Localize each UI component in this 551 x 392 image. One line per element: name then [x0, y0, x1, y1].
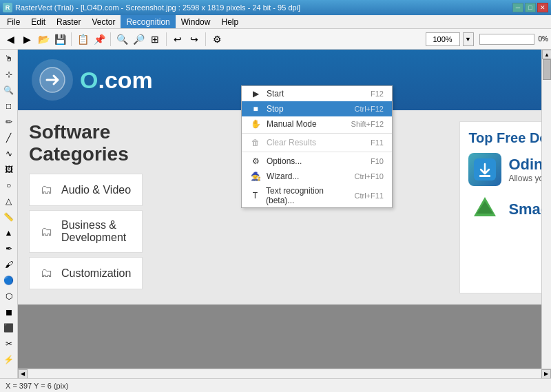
tool-zoom[interactable]: 🔍	[1, 83, 17, 98]
menu-sep1	[242, 133, 392, 134]
menu-item-stop[interactable]: ■ Stop Ctrl+F12	[242, 101, 392, 116]
category-label-1: Audio & Video	[61, 184, 131, 196]
menu-file[interactable]: File	[1, 15, 25, 28]
category-customization: 🗂 Customization	[29, 257, 143, 289]
tb-save[interactable]: 💾	[52, 32, 67, 47]
menu-item-manual[interactable]: ✋ Manual Mode Shift+F12	[242, 116, 392, 132]
tb-sep4	[205, 32, 206, 46]
logo-arrow-icon	[39, 66, 66, 94]
logo-lo4d: O	[80, 67, 98, 93]
scroll-left-arrow[interactable]: ◀	[18, 369, 28, 379]
stop-icon: ■	[250, 103, 261, 114]
app-odin3-name: Odin3	[508, 156, 541, 174]
scroll-thumb[interactable]	[543, 59, 551, 80]
manual-shortcut: Shift+F12	[351, 120, 384, 128]
app-icon: R	[3, 3, 12, 12]
zoom-dropdown[interactable]: ▼	[463, 32, 474, 46]
tool-brush[interactable]: 🖌	[1, 257, 17, 272]
logo-circle	[32, 59, 73, 101]
maximize-button[interactable]: □	[525, 3, 536, 12]
logo-dotcom: .com	[98, 67, 152, 93]
tool-line[interactable]: ╱	[1, 130, 17, 145]
tb-fit[interactable]: ⊞	[147, 32, 163, 47]
tool-image[interactable]: 🖼	[1, 162, 17, 177]
app-body: 🖱 ⊹ 🔍 □ ✏ ╱ ∿ 🖼 ○ △ 📏 ▲ ✒ 🖌 🔵 ⬡ ◼ ⬛ ✂ ⚡	[0, 50, 551, 378]
categories-title: Software Categories	[29, 121, 143, 165]
tool-lightning[interactable]: ⚡	[1, 352, 17, 367]
category-business: 🗂 Business & Development	[29, 210, 143, 253]
menu-help[interactable]: Help	[216, 15, 244, 28]
app-odin3-icon	[468, 153, 501, 186]
menu-item-text-recognition[interactable]: T Text recognition (beta)... Ctrl+F11	[242, 184, 392, 207]
menu-vector[interactable]: Vector	[86, 15, 121, 28]
tool-hex[interactable]: ⬡	[1, 289, 17, 304]
tb-settings[interactable]: ⚙	[209, 32, 225, 47]
menu-item-options[interactable]: ⚙ Options... F10	[242, 154, 392, 169]
tool-curve[interactable]: ∿	[1, 146, 17, 161]
tool-rect[interactable]: □	[1, 99, 17, 114]
tb-copy[interactable]: 📋	[75, 32, 90, 47]
window-title: RasterVect (Trial) - [LO4D.com - Screens…	[15, 3, 300, 12]
tool-fill[interactable]: ▲	[1, 225, 17, 240]
menu-window[interactable]: Window	[176, 15, 216, 28]
smadav-info: SmadAV	[508, 200, 541, 218]
tb-redo[interactable]: ↪	[187, 32, 202, 47]
tool-pencil[interactable]: ✏	[1, 114, 17, 130]
options-shortcut: F10	[371, 157, 384, 165]
smadav-logo-icon	[470, 194, 500, 225]
toolbar: ◀ ▶ 📂 💾 📋 📌 🔍 🔎 ⊞ ↩ ↪ ⚙ ▼ 0%	[0, 29, 551, 50]
smadav-name: SmadAV	[508, 200, 541, 218]
right-section-title: Top Free Dow	[468, 130, 541, 146]
left-sidebar: 🖱 ⊹ 🔍 □ ✏ ╱ ∿ 🖼 ○ △ 📏 ▲ ✒ 🖌 🔵 ⬡ ◼ ⬛ ✂ ⚡	[0, 50, 18, 378]
scroll-right-arrow[interactable]: ▶	[541, 369, 551, 379]
tool-square[interactable]: ◼	[1, 305, 17, 320]
options-icon: ⚙	[250, 156, 261, 167]
tool-select[interactable]: ⊹	[1, 67, 17, 82]
clear-shortcut: F11	[371, 138, 384, 147]
tool-measure[interactable]: 📏	[1, 209, 17, 225]
app-odin3-desc: Allows you	[508, 174, 541, 183]
right-section: Top Free Dow	[459, 121, 541, 293]
wizard-label: Wizard...	[267, 172, 299, 181]
menu-item-start[interactable]: ▶ Start F12	[242, 86, 392, 101]
app-odin3: Odin3 Allows you	[468, 153, 541, 186]
tb-open[interactable]: 📂	[36, 32, 51, 47]
folder-icon-3: 🗂	[41, 266, 53, 280]
tool-black[interactable]: ⬛	[1, 320, 17, 336]
h-scrollbar[interactable]: ◀ ▶	[18, 369, 551, 378]
title-bar: R RasterVect (Trial) - [LO4D.com - Scree…	[0, 0, 551, 15]
zoom-input[interactable]	[426, 32, 460, 46]
wizard-icon: 🧙	[250, 171, 261, 182]
minimize-button[interactable]: ─	[512, 3, 523, 12]
tool-cut[interactable]: ✂	[1, 336, 17, 351]
zoom-controls: ▼ 0%	[426, 32, 548, 46]
scroll-up-arrow[interactable]: ▲	[542, 50, 551, 59]
menu-raster[interactable]: Raster	[51, 15, 86, 28]
tool-poly[interactable]: △	[1, 194, 17, 209]
menu-edit[interactable]: Edit	[25, 15, 51, 28]
tb-paste[interactable]: 📌	[92, 32, 107, 47]
close-button[interactable]: ✕	[537, 3, 548, 12]
clear-label: Clear Results	[267, 138, 316, 147]
menu-item-wizard[interactable]: 🧙 Wizard... Ctrl+F10	[242, 169, 392, 184]
tb-back[interactable]: ◀	[3, 32, 18, 47]
start-label: Start	[267, 89, 284, 99]
tool-pointer[interactable]: 🖱	[1, 51, 17, 66]
category-label-3: Customization	[61, 267, 131, 280]
manual-label: Manual Mode	[267, 119, 317, 129]
wizard-shortcut: Ctrl+F10	[355, 172, 384, 180]
categories-section: Software Categories 🗂 Audio & Video 🗂 Bu…	[29, 121, 143, 293]
tb-fwd[interactable]: ▶	[19, 32, 34, 47]
tool-pen[interactable]: ✒	[1, 241, 17, 256]
tb-zoom-out[interactable]: 🔎	[131, 32, 146, 47]
tool-circle[interactable]: ○	[1, 178, 17, 193]
tb-zoom-in[interactable]: 🔍	[114, 32, 129, 47]
status-bar: X = 397 Y = 6 (pix)	[0, 378, 551, 392]
tool-color[interactable]: 🔵	[1, 273, 17, 288]
coord-status: X = 397 Y = 6 (pix)	[6, 382, 68, 390]
app-window: R RasterVect (Trial) - [LO4D.com - Scree…	[0, 0, 551, 378]
menu-recognition[interactable]: Recognition	[121, 15, 175, 28]
menu-item-clear[interactable]: 🗑 Clear Results F11	[242, 135, 392, 150]
v-scrollbar[interactable]: ▲ ▼	[541, 50, 551, 378]
tb-undo[interactable]: ↩	[170, 32, 185, 47]
